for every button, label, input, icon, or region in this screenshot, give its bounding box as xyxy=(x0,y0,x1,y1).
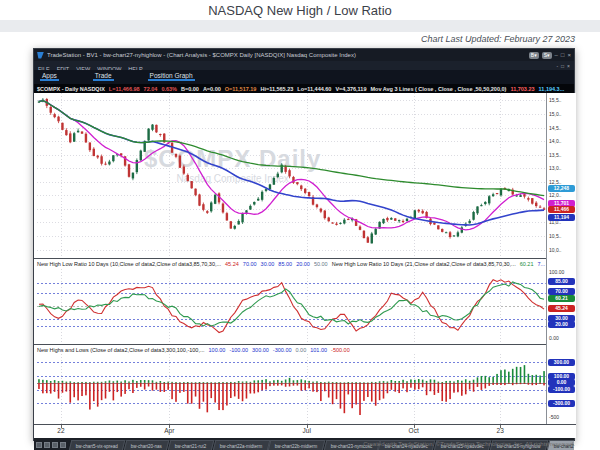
titlebar-controls: B▾ S▾ – □ × xyxy=(529,52,571,59)
taskbar-app-icon[interactable] xyxy=(44,442,50,448)
divider-band xyxy=(0,20,600,32)
indicator-label-segment: 300.00 xyxy=(252,347,269,353)
taskbar-app-icon[interactable] xyxy=(52,442,58,448)
taskbar-tab-label: bw-chart22a-midterm xyxy=(219,441,262,450)
symbol-info-value: A=0.00 xyxy=(203,86,221,92)
ratio-badge: 20.00 xyxy=(548,321,575,328)
indicator-label-segment: 100.00 xyxy=(209,347,226,353)
indicator-label-segment: New High Low Ratio 10 Days (21,Close of … xyxy=(332,261,516,267)
indicator-label-segment: 60.21 xyxy=(520,261,534,267)
price-axis-label: 10,0.. xyxy=(549,247,562,253)
page: NASDAQ New High / Low Ratio Chart Last U… xyxy=(0,0,600,450)
close-button[interactable]: × xyxy=(567,52,571,58)
symbol-info-value: Lo=11,444.60 xyxy=(297,86,331,92)
highs-lows-badge: -300.00 xyxy=(548,400,575,407)
indicator-label-segment: New High Low Ratio 10 Days (10,Close of … xyxy=(37,261,221,267)
menu-bar: FILEEDITVIEWWINDOWHELP -□× xyxy=(34,61,574,70)
symbol-info-value: Mov Avg 3 Lines ( Close , Close , Close … xyxy=(370,86,506,92)
indicator-label-segment: 0.00 xyxy=(296,347,307,353)
taskbar-app-icon[interactable] xyxy=(36,442,42,448)
caret-down-icon: ▾ xyxy=(547,52,550,58)
indicator-label-segment: 7... xyxy=(537,261,545,267)
price-axis-label: 12,0.. xyxy=(549,192,562,198)
symbol-info-value: 0.63% xyxy=(161,86,177,92)
highs-lows-badge: 300.00 xyxy=(548,359,575,366)
taskbar-tab-bw-chart20-nas[interactable]: bw-chart20-nas xyxy=(124,440,170,450)
ratio-panel xyxy=(34,268,546,344)
price-chart-canvas[interactable] xyxy=(37,93,546,258)
taskbar-tab-label: bw-chart5-vix-spread xyxy=(76,441,118,450)
highs-lows-badge: -100.00 xyxy=(548,386,575,393)
highs-lows-chart-canvas[interactable] xyxy=(37,354,546,424)
ratio-badge: 85.00 xyxy=(548,278,575,285)
indicator-label-segment: -500.00 xyxy=(331,347,350,353)
minimize-button[interactable]: – xyxy=(555,52,558,58)
ratio-badge: 45.24 xyxy=(548,305,575,312)
taskbar-tab-label: bw-chart20-nas xyxy=(131,441,162,450)
buy-button[interactable]: B▾ xyxy=(529,52,539,59)
price-axis-label: 15,5.. xyxy=(549,97,562,103)
taskbar-tab-bw-chart22a-midterm[interactable]: bw-chart22a-midterm xyxy=(212,440,269,450)
toolbar: AppsTradePosition Graph xyxy=(34,70,574,84)
ratio-axis-label: 0.00 xyxy=(549,335,559,341)
time-tick-label: Oct xyxy=(409,427,419,434)
ratio-axis-label: 100.00 xyxy=(549,269,564,275)
mdi-minimize-button[interactable]: - xyxy=(556,63,558,69)
time-tick-label: 23 xyxy=(497,427,504,434)
taskbar-app-icon[interactable] xyxy=(60,442,66,448)
symbol-info-value: 72.04 xyxy=(144,86,158,92)
taskbar-icons xyxy=(36,442,66,448)
price-axis-label: 14,5.. xyxy=(549,125,562,131)
symbol-info-value: 11,703.23 xyxy=(510,86,534,92)
time-axis[interactable]: 22AprJulOct23 xyxy=(34,424,576,438)
chart-area: $COMPX Daily Nasdaq Composite Index New … xyxy=(34,93,574,438)
tradestation-window: TradeStation - BV1 - bw-chart27-nyhighlo… xyxy=(33,48,575,441)
indicator-label-segment: 50.00 xyxy=(314,261,328,267)
restore-button[interactable]: □ xyxy=(561,52,565,58)
mdi-close-button[interactable]: × xyxy=(567,63,570,69)
price-badge: 11,194 xyxy=(548,214,575,221)
symbol-info-value: Hi=11,565.23 xyxy=(260,86,293,92)
page-title: NASDAQ New High / Low Ratio xyxy=(0,3,600,18)
indicator-label-segment: 70.00 xyxy=(243,261,257,267)
price-badge: 11,466 xyxy=(548,206,575,213)
indicator-label-row-ratio: New High Low Ratio 10 Days (10,Close of … xyxy=(34,258,576,268)
time-tick-label: Jul xyxy=(303,427,311,434)
ratio-badge: 60.21 xyxy=(548,295,575,302)
price-axis-label: 13,5.. xyxy=(549,152,562,158)
price-axis[interactable]: 15,5..15,0..14,5..14,0..13,5..13,0..12,5… xyxy=(546,93,576,424)
price-axis-label: 12,5.. xyxy=(549,179,562,185)
footer-credit: Created with TradeStation. ©TradeStation… xyxy=(363,441,575,447)
symbol-info-value: O=11,517.19 xyxy=(225,86,257,92)
toolbar-tab-trade[interactable]: Trade xyxy=(93,71,114,81)
price-badge: 12,248 xyxy=(548,185,575,192)
toolbar-tab-apps[interactable]: Apps xyxy=(40,71,59,81)
toolbar-tab-position-graph[interactable]: Position Graph xyxy=(148,71,195,81)
taskbar-tab-label: bw-chart21-rut2 xyxy=(175,441,207,450)
symbol-info-value: 11,194.3... xyxy=(539,86,565,92)
ratio-chart-canvas[interactable] xyxy=(37,269,546,344)
highs-lows-panel xyxy=(34,354,546,424)
symbol-info-value: B=0.00 xyxy=(181,86,199,92)
mdi-window-controls: -□× xyxy=(556,63,570,69)
price-panel: $COMPX Daily Nasdaq Composite Index xyxy=(34,93,546,258)
price-axis-label: 10,5.. xyxy=(549,233,562,239)
mdi-restore-button[interactable]: □ xyxy=(561,63,564,69)
symbol-info-bar: $COMPX - Daily NASDQIXL=11,466.9872.040.… xyxy=(34,84,574,93)
price-axis-label: 14,0.. xyxy=(549,138,562,144)
indicator-label-segment: 30.00 xyxy=(261,261,275,267)
price-axis-label: 13,0.. xyxy=(549,165,562,171)
indicator-label-segment: New Highs and Lows (Close of data2,Close… xyxy=(37,347,205,353)
highs-lows-axis-label: -500 xyxy=(549,414,559,420)
taskbar-tab-bw-chart21-rut2[interactable]: bw-chart21-rut2 xyxy=(168,440,214,450)
time-tick-label: 22 xyxy=(57,427,64,434)
indicator-label-row-highslows: New Highs and Lows (Close of data2,Close… xyxy=(34,344,576,354)
taskbar-tab-label: bw-chart22b-midterm xyxy=(275,441,318,450)
symbol-info-value: L=11,466.98 xyxy=(109,86,140,92)
taskbar-tab-bw-chart22b-midterm[interactable]: bw-chart22b-midterm xyxy=(268,440,325,450)
indicator-label-segment: 101.00 xyxy=(310,347,327,353)
taskbar-tab-bw-chart5-vix-spread[interactable]: bw-chart5-vix-spread xyxy=(69,440,126,450)
sell-button[interactable]: S▾ xyxy=(542,52,552,59)
caret-down-icon: ▾ xyxy=(534,52,537,58)
symbol-info-value: V=4,376,119 xyxy=(335,86,366,92)
